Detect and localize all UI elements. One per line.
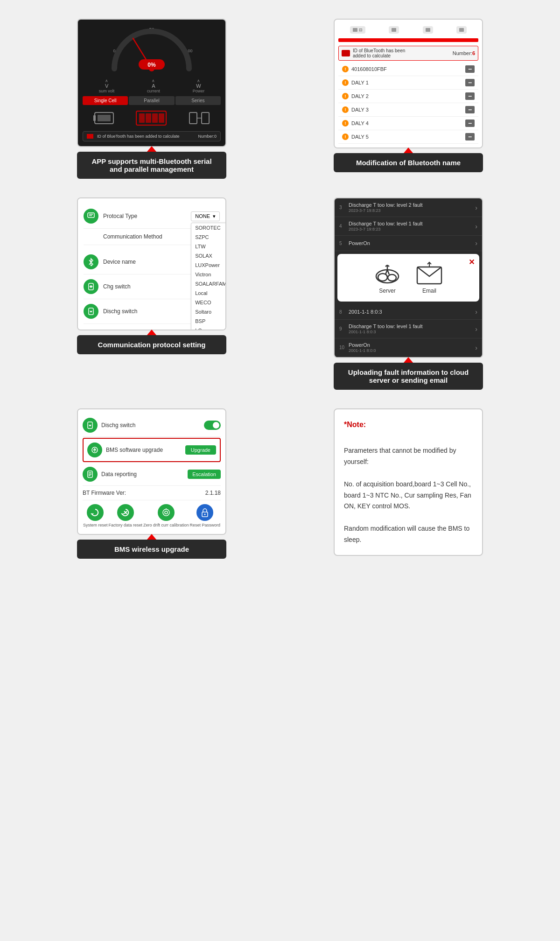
svg-rect-14 [159,113,164,123]
screen4-frame: 3 Discharge T too low: level 2 fault 202… [334,197,483,358]
bt-item-1[interactable]: ! 401608010FBF − [338,63,478,76]
email-icon-block[interactable]: Email [415,261,443,294]
menu-soltaro[interactable]: Soltaro [191,307,226,316]
bt-item-2-left: ! DALY 1 [342,79,369,86]
menu-soalarfam[interactable]: SOALARFAM [191,279,226,288]
caption-fault-upload-text: Uploading fault information to cloud ser… [348,368,469,384]
fault-title-4: Discharge T too low: level 1 fault [349,221,475,226]
menu-ltw[interactable]: LTW [191,242,226,251]
device-chip-4 [456,26,467,34]
zero-drift-item[interactable]: Zero drift curr calibration [143,504,189,527]
red-flag-icon [87,134,93,139]
dropdown-arrow-icon: ▾ [213,213,216,219]
reset-password-label: Reset Password [189,523,220,527]
bt-item-6-icon: ! [342,133,349,140]
bt-item-4[interactable]: ! DALY 3 − [338,103,478,117]
protocol-dropdown-val: NONE [195,213,210,219]
bt-item-1-icon: ! [342,66,349,72]
screen1-content: 50 0 100 0% [78,20,225,146]
fault-date-9: 2001-1-1 8:0:3 [349,330,475,334]
bt-item-5-name: DALY 4 [351,120,369,126]
system-reset-item[interactable]: System reset [83,504,108,527]
bt-item-6-remove[interactable]: − [465,133,475,140]
bt-item-5[interactable]: ! DALY 4 − [338,117,478,130]
footer-number: Number:0 [198,134,217,139]
stat2-label: current [147,89,160,93]
menu-local[interactable]: Local [191,288,226,298]
menu-bsp[interactable]: BSP [191,316,226,326]
fault-title-9: Discharge T too low: level 1 fault [349,323,475,329]
factory-reset-item[interactable]: Factory data reset [108,504,142,527]
chip-icon-2 [392,28,396,32]
fault-item-4[interactable]: 4 Discharge T too low: level 1 fault 202… [335,217,482,236]
stat1-label: sum volt [99,89,115,93]
bt-item-3-remove[interactable]: − [465,92,475,100]
tab-single-cell[interactable]: Single Cell [83,96,128,105]
bt-item-4-left: ! DALY 3 [342,106,369,113]
menu-szpc[interactable]: SZPC [191,232,226,242]
fault-chevron-10: › [475,344,477,351]
bt-item-4-remove[interactable]: − [465,106,475,113]
bt-item-6[interactable]: ! DALY 5 − [338,130,478,144]
svg-rect-9 [98,115,111,121]
screen5-content: Dischg switch BMS software upgrade Upgra… [78,409,225,534]
menu-luxpower[interactable]: LUXPower [191,260,226,270]
protocol-type-row: Protocal Type NONE ▾ SOROTEC SZPC LTW SO… [84,204,220,229]
bt-header-row: ID of BlueTooth has been added to calcul… [338,46,478,61]
protocol-dropdown-wrapper: NONE ▾ SOROTEC SZPC LTW SOLAX LUXPower V… [191,211,220,221]
menu-solax[interactable]: SOLAX [191,251,226,260]
menu-victron[interactable]: Victron [191,270,226,279]
menu-sorotec[interactable]: SOROTEC [191,223,226,232]
bt-item-5-icon: ! [342,120,349,126]
device-chips-row: ⊟ [338,23,478,36]
upgrade-button[interactable]: Upgrade [185,445,216,455]
fault-item-10[interactable]: 10 PowerOn 2001-1-1 8:0:0 › [335,338,482,357]
upload-modal: ✕ Server [337,254,479,302]
fault-chevron-5: › [475,239,477,247]
escalation-button[interactable]: Escalation [188,470,221,479]
protocol-dropdown[interactable]: NONE ▾ [191,211,220,221]
caption-bms-upgrade-text: BMS wireless upgrade [114,545,189,553]
svg-rect-11 [139,113,145,123]
fault-item-3[interactable]: 3 Discharge T too low: level 2 fault 202… [335,198,482,217]
fault-item-8[interactable]: 8 2001-1-1 8:0:3 › [335,304,482,320]
menu-lg[interactable]: LG [191,326,226,331]
modal-close-btn[interactable]: ✕ [469,258,475,267]
device-chip-3 [423,26,433,34]
bt-item-3[interactable]: ! DALY 2 − [338,90,478,103]
diagrams-row [83,109,221,127]
zero-drift-label: Zero drift curr calibration [143,523,189,527]
svg-text:0%: 0% [147,62,156,68]
protocol-type-label: Protocal Type [103,213,186,219]
fault-title-5: PowerOn [349,240,475,246]
stat2-unit: A [152,83,155,89]
svg-rect-8 [93,115,96,121]
svg-rect-15 [189,112,197,124]
note-box: *Note: Parameters that cannot be modifie… [334,408,483,556]
bt-item-1-remove[interactable]: − [465,65,475,73]
dischg-icon [84,304,98,319]
dischg-switch-row2: Dischg switch [83,414,221,437]
fault-item-9[interactable]: 9 Discharge T too low: level 1 fault 200… [335,320,482,338]
bt-item-2[interactable]: ! DALY 1 − [338,76,478,90]
reset-password-item[interactable]: Reset Password [189,504,220,527]
data-reporting-icon [83,467,98,482]
device-chip-1: ⊟ [350,26,365,34]
system-reset-label: System reset [83,523,108,527]
svg-rect-18 [88,213,94,218]
gauge-svg: 50 0 100 0% [105,24,198,76]
tab-parallel[interactable]: Parallel [129,96,174,105]
bt-item-5-left: ! DALY 4 [342,120,369,126]
bt-item-3-left: ! DALY 2 [342,93,369,99]
server-icon-block[interactable]: Server [373,261,401,294]
fault-item-5[interactable]: 5 PowerOn › [335,236,482,251]
dischg-toggle[interactable] [204,421,221,430]
menu-weco[interactable]: WECO [191,298,226,307]
bt-firmware-label: BT Firmware Ver: [83,490,126,496]
bt-item-5-remove[interactable]: − [465,119,475,127]
bt-item-2-remove[interactable]: − [465,79,475,86]
tab-series[interactable]: Series [175,96,221,105]
bt-firmware-row: BT Firmware Ver: 2.1.18 [83,486,221,500]
bt-item-3-icon: ! [342,93,349,99]
bt-item-3-name: DALY 2 [351,93,369,99]
